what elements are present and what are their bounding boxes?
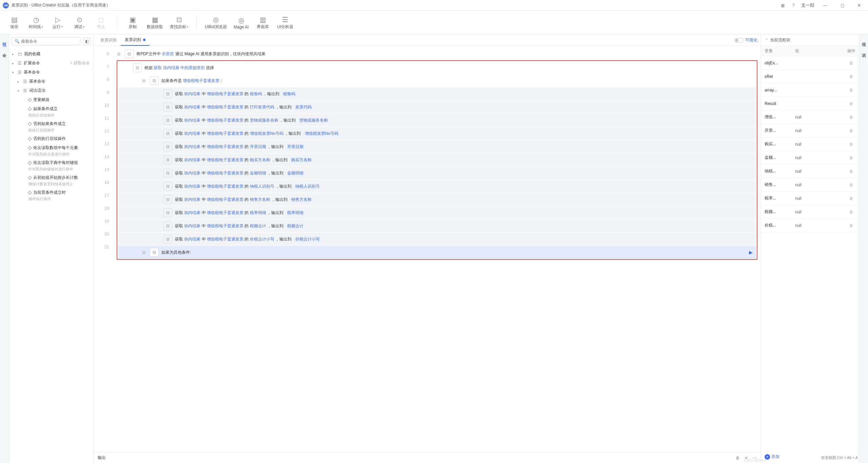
rail-tab-flow[interactable]: 流程: [1, 37, 7, 41]
block-handle-icon[interactable]: ⊟: [163, 235, 172, 244]
block-handle-icon[interactable]: ⊟: [163, 195, 172, 204]
delete-var-icon[interactable]: 🗑: [844, 74, 859, 79]
block-handle-icon[interactable]: ⊟: [163, 182, 172, 191]
mage-ai-button[interactable]: ◎Mage AI: [231, 13, 251, 33]
variable-row[interactable]: sRet🗑: [761, 70, 859, 83]
debug-button[interactable]: ⊙调试▾: [69, 13, 90, 33]
output-pill[interactable]: 纳税人识别号: [293, 183, 322, 190]
delete-var-icon[interactable]: 🗑: [844, 142, 859, 147]
variable-row[interactable]: 购买...null🗑: [761, 138, 859, 151]
block-line[interactable]: ⊟⊟如果条件是 增值税电子普通发票 :: [118, 74, 756, 87]
delete-var-icon[interactable]: 🗑: [844, 223, 859, 228]
tab-inactive[interactable]: 发票识别: [96, 35, 121, 46]
variable-row[interactable]: 税额...null🗑: [761, 205, 859, 219]
tree-caret-icon[interactable]: ▾: [12, 71, 16, 74]
block-handle-icon[interactable]: ⊟: [163, 142, 172, 151]
search-input[interactable]: 🔍: [12, 37, 80, 45]
output-pill[interactable]: 价税合计小写: [293, 236, 322, 243]
block-handle-icon[interactable]: ⊟: [163, 222, 172, 230]
tree-node[interactable]: 如果条件成立: [9, 104, 93, 113]
block-line[interactable]: ⊟获取 块内结果 中 增值税电子普通发票 的 销售方名称 ，输出到 销售方名称: [118, 193, 756, 206]
delete-var-icon[interactable]: 🗑: [844, 88, 859, 92]
block-handle-icon[interactable]: ⊟: [163, 103, 172, 111]
block-line[interactable]: ⊟获取 块内结果 中 增值税电子普通发票 的 校验码 ，输出到 校验码: [118, 87, 756, 100]
delete-var-icon[interactable]: 🗑: [844, 61, 859, 65]
delete-var-icon[interactable]: 🗑: [844, 210, 859, 214]
delete-var-icon[interactable]: 🗑: [844, 169, 859, 174]
block-handle-icon[interactable]: ⊟: [163, 155, 172, 164]
block-handle-icon[interactable]: ⊟: [163, 129, 172, 138]
rail-tab-test[interactable]: 测试: [861, 48, 867, 52]
ui-analyzer-button[interactable]: ☰UI分析器: [274, 13, 296, 33]
save-button[interactable]: ▤保存: [4, 13, 24, 33]
apps-icon[interactable]: ▦: [780, 2, 786, 8]
variable-row[interactable]: Result🗑: [761, 97, 859, 110]
output-pill[interactable]: 金额明细: [284, 170, 306, 177]
tree-node[interactable]: ▸☰基本命令: [9, 77, 93, 86]
toggle-switch-icon[interactable]: [734, 38, 744, 43]
output-pill[interactable]: 税率明细: [284, 209, 306, 216]
output-pill[interactable]: 税额合计: [284, 223, 306, 230]
output-pill[interactable]: 开票日期: [284, 143, 306, 150]
block-handle-icon[interactable]: ⊟: [125, 49, 134, 58]
tree-node[interactable]: 依次读取字典中每对键值: [9, 158, 93, 167]
tree-node[interactable]: 当前置条件成立时: [9, 188, 93, 197]
tab-active[interactable]: 发票识别: [121, 35, 150, 46]
get-command-link[interactable]: + 获取命令: [70, 60, 90, 66]
block-line[interactable]: ⊟根据 获取 块内结果 中的票据类型 选择: [118, 61, 756, 74]
block-handle-icon[interactable]: ⊟: [163, 169, 172, 177]
tree-node[interactable]: 否则执行后续操作: [9, 134, 93, 143]
rail-tab-props[interactable]: 属性: [861, 37, 867, 41]
block-line[interactable]: ⊟获取 块内结果 中 增值税电子普通发票 的 价税合计小写 ，输出到 价税合计小…: [118, 233, 756, 246]
variable-row[interactable]: 金额...null🗑: [761, 151, 859, 165]
variable-row[interactable]: 纳税...null🗑: [761, 165, 859, 178]
minimize-button[interactable]: —: [819, 1, 831, 9]
block-handle-icon[interactable]: ⊟: [133, 63, 142, 72]
tree-caret-icon[interactable]: ▾: [18, 89, 21, 92]
delete-var-icon[interactable]: 🗑: [844, 115, 859, 120]
visual-toggle[interactable]: 可视化: [734, 37, 757, 43]
block-line-selected[interactable]: ⊟⊟如果为其他条件:▶: [118, 246, 756, 259]
block-handle-icon[interactable]: ⊟: [163, 208, 172, 217]
collapse-sidebar-button[interactable]: ◧: [83, 38, 91, 45]
output-pill[interactable]: 销售方名称: [289, 196, 314, 203]
variable-row[interactable]: 增值...null🗑: [761, 110, 859, 124]
variable-row[interactable]: 价税...null🗑: [761, 219, 859, 232]
tree-node[interactable]: ▸☰扩展命令+ 获取命令: [9, 59, 93, 68]
close-button[interactable]: ✕: [853, 1, 865, 9]
delete-var-icon[interactable]: 🗑: [844, 183, 859, 187]
tree-node[interactable]: 从初始值开始按步长计数: [9, 173, 93, 182]
maximize-button[interactable]: ▢: [836, 1, 848, 9]
timeline-button[interactable]: ◷时间线▾: [26, 13, 46, 33]
help-icon[interactable]: ?: [790, 2, 796, 8]
block-line[interactable]: ⊟获取 块内结果 中 增值税电子普通发票 的 增值税发票No号码 ，输出到 增值…: [118, 127, 756, 140]
delete-var-icon[interactable]: 🗑: [844, 128, 859, 133]
output-pill[interactable]: 发票代码: [293, 104, 314, 111]
findtarget-button[interactable]: ⊡查找目标▾: [167, 13, 191, 33]
tree-node[interactable]: ▾☰词法语法: [9, 86, 93, 95]
collapse-icon[interactable]: ⊟: [117, 52, 122, 56]
ui-lib-button[interactable]: ▥界面库: [253, 13, 273, 33]
block-line[interactable]: ⊟获取 块内结果 中 增值税电子普通发票 的 购买方名称 ，输出到 购买方名称: [118, 153, 756, 166]
output-pill[interactable]: 增值税发票No号码: [302, 130, 341, 137]
block-handle-icon[interactable]: ⊟: [163, 89, 172, 98]
output-pill[interactable]: 购买方名称: [289, 156, 314, 164]
tree-node[interactable]: 依次读取数组中每个元素: [9, 143, 93, 152]
chevron-up-icon[interactable]: ⌃: [765, 38, 768, 42]
tree-node[interactable]: 变量赋值: [9, 95, 93, 104]
block-line[interactable]: ⊟获取 块内结果 中 增值税电子普通发票 的 金额明细 ，输出到 金额明细: [118, 167, 756, 180]
block-canvas[interactable]: ⊟⊟将PDF文件中 全部页 通过 Mage AI 通用多票据识别，往块内使用共结…: [115, 46, 761, 452]
rail-tab-commands[interactable]: 命令: [1, 48, 7, 52]
block-line[interactable]: ⊟获取 块内结果 中 增值税电子普通发票 的 税额合计 ，输出到 税额合计: [118, 219, 756, 232]
collapse-icon[interactable]: ⊟: [142, 250, 147, 255]
delete-var-icon[interactable]: 🗑: [844, 155, 859, 160]
output-pill[interactable]: 货物或服务名称: [297, 117, 331, 124]
tree-node[interactable]: 否则如果条件成立: [9, 119, 93, 128]
output-pill[interactable]: 校验码: [280, 90, 298, 98]
variable-row[interactable]: 销售...null🗑: [761, 178, 859, 192]
variable-row[interactable]: array...🗑: [761, 83, 859, 97]
block-line[interactable]: ⊟获取 块内结果 中 增值税电子普通发票 的 打印发票代码 ，输出到 发票代码: [118, 101, 756, 113]
run-button[interactable]: ▷运行▾: [47, 13, 68, 33]
variable-row[interactable]: 税率...null🗑: [761, 192, 859, 205]
block-handle-icon[interactable]: ⊟: [150, 248, 159, 257]
